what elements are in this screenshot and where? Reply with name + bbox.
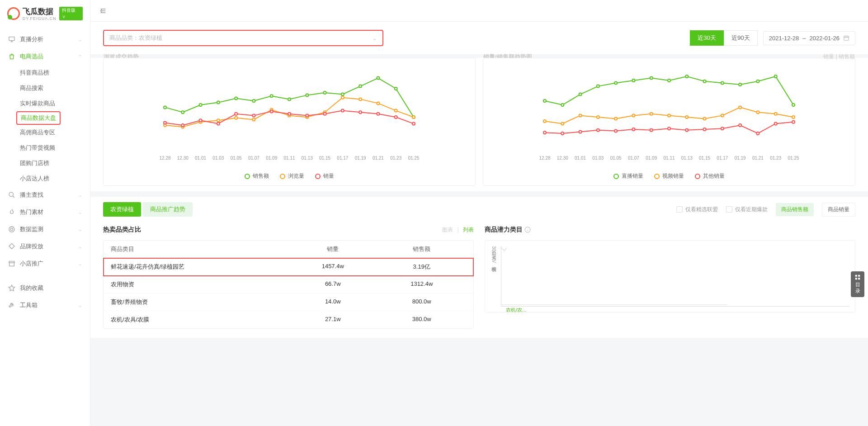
line-chart-2: 12.2812.3001.0101.0301.0501.0701.0901.11… [491,64,848,168]
legend-dot-icon [695,174,700,179]
sub-item[interactable]: 团购门店榜 [20,156,90,171]
svg-point-10 [252,99,255,102]
sub-item[interactable]: 实时爆款商品 [20,96,90,111]
brand-badge[interactable]: 抖音版 ∨ [59,7,83,20]
sub-item-active[interactable]: 商品数据大盘 [16,111,61,125]
sub-item[interactable]: 小店达人榜 [20,171,90,186]
svg-point-73 [685,75,688,78]
chart-browse-trend: 浏览成交趋势 12.2812.3001.0101.0301.0501.0701.… [103,58,476,186]
svg-text:01.15: 01.15 [699,156,710,161]
nav-toolbox[interactable]: 工具箱⌄ [0,297,90,314]
svg-point-39 [235,113,237,115]
chart-sales-trend: 销量/销售额趋势图 销量 | 销售额 12.2812.3001.0101.030… [483,58,855,186]
svg-point-75 [721,81,724,84]
checkbox-icon [676,206,683,213]
info-icon[interactable] [524,227,531,233]
sub-item[interactable]: 抖音商品榜 [20,65,90,80]
sub-item[interactable]: 热门带货视频 [20,140,90,156]
nav-data-monitor[interactable]: 数据监测⌄ [0,221,90,238]
nav-hot-material[interactable]: 热门素材⌄ [0,204,90,221]
svg-point-7 [199,104,202,106]
nav-brand[interactable]: 品牌投放⌄ [0,238,90,255]
legend-dot-icon [654,174,660,179]
svg-point-47 [377,113,379,115]
nav-creator-search[interactable]: 播主查找⌄ [0,186,90,204]
svg-text:01.05: 01.05 [610,156,622,161]
svg-point-35 [164,122,166,124]
btn-sales-volume[interactable]: 商品销量 [822,203,855,217]
svg-point-66 [561,104,564,106]
svg-text:01.11: 01.11 [283,156,295,161]
date-range-picker[interactable]: 2021-12-28 – 2022-01-26 [763,31,855,45]
star-icon [8,284,15,292]
svg-point-95 [543,131,546,134]
svg-point-33 [395,109,397,112]
sub-item[interactable]: 高佣商品专区 [20,125,90,140]
category-select[interactable]: 商品品类：农资绿植 ⌄ [103,30,383,46]
svg-point-92 [756,111,759,114]
legend-dot-icon [315,174,321,179]
scatter-chart: 近30天GMV增长率 农机/农... [485,240,855,312]
svg-point-1 [9,192,13,196]
svg-point-87 [668,114,670,117]
svg-point-44 [324,113,326,115]
bag-icon [8,53,15,60]
svg-point-31 [359,98,362,100]
svg-point-68 [597,85,599,88]
sub-item[interactable]: 商品搜索 [20,80,90,96]
svg-text:01.25: 01.25 [408,156,419,161]
tab-category[interactable]: 农资绿植 [103,202,141,217]
svg-point-106 [739,124,741,127]
view-toggle[interactable]: 图表 | 列表 [442,226,474,234]
potential-title: 商品潜力类目 [485,226,523,234]
btn-30d[interactable]: 近30天 [690,30,724,46]
sub-nav: 抖音商品榜 商品搜索 实时爆款商品 商品数据大盘 高佣商品专区 热门带货视频 团… [0,65,90,186]
potential-panel: 商品潜力类目 近30天GMV增长率 农机/农... [485,226,855,329]
nav-shop-promo[interactable]: 小店推广⌄ [0,255,90,272]
svg-point-41 [270,110,273,113]
svg-rect-126 [855,275,857,277]
btn-sales-amount[interactable]: 商品销售额 [776,203,814,216]
svg-point-42 [288,113,291,115]
grid-icon [854,274,861,280]
main-content: 商品品类：农资绿植 ⌄ 近30天 近90天 2021-12-28 – 2022-… [90,0,868,426]
collapse-icon[interactable] [99,7,107,14]
svg-text:01.11: 01.11 [663,156,675,161]
svg-point-24 [235,117,237,119]
charts-row: 浏览成交趋势 12.2812.3001.0101.0301.0501.0701.… [90,58,868,191]
nav-favorites[interactable]: 我的收藏 [0,279,90,297]
svg-point-2 [9,227,14,232]
svg-point-94 [792,116,795,118]
chevron-down-icon: ⌄ [372,35,377,42]
calendar-icon [843,35,849,41]
btn-90d[interactable]: 近90天 [724,30,758,46]
chk-recent-hot[interactable]: 仅看近期爆款 [726,206,768,213]
svg-point-89 [703,118,706,120]
brand-name: 飞瓜数据 [23,7,53,16]
table-row[interactable]: 鲜花速递/花卉仿真/绿植园艺1457.4w3.19亿 [104,258,473,276]
svg-point-81 [561,122,564,125]
svg-point-23 [217,119,220,122]
svg-point-70 [632,79,635,82]
scatter-point-label[interactable]: 农机/农... [506,307,526,313]
chk-featured[interactable]: 仅看精选联盟 [676,206,718,213]
lower-section: 热卖品类占比 图表 | 列表 商品类目 销量 销售额 鲜花速递/花卉仿真/绿植园… [90,222,868,338]
svg-point-46 [359,111,362,114]
svg-point-12 [288,98,291,100]
svg-point-6 [181,111,184,114]
nav-live-analysis[interactable]: 直播分析 ⌄ [0,31,90,48]
svg-point-25 [252,118,255,121]
svg-text:01.03: 01.03 [592,156,604,161]
chart-metric-toggle[interactable]: 销量 | 销售额 [823,53,855,61]
svg-point-90 [721,114,724,117]
svg-point-103 [685,129,688,132]
nav-ecommerce[interactable]: 电商选品 ⌃ [0,48,90,65]
brand-logo[interactable]: 飞瓜数据 DY.FEIGUA.CN 抖音版 ∨ [0,0,90,27]
legend-2: 直播销量 视频销量 其他销量 [491,172,848,180]
table-row[interactable]: 农用物资66.7w1312.4w [104,276,473,293]
table-row[interactable]: 农机/农具/农膜27.1w380.0w [104,311,473,328]
tab-promo-trend[interactable]: 商品推广趋势 [143,202,193,217]
svg-point-109 [792,121,795,123]
table-row[interactable]: 畜牧/养殖物资14.0w800.0w [104,293,473,311]
toc-float-button[interactable]: 目录 [851,271,864,297]
